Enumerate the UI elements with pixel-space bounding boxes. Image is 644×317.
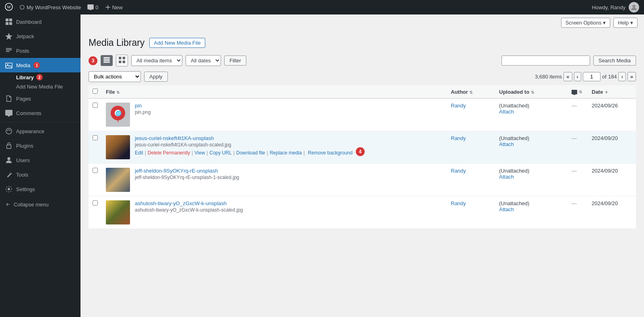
svg-marker-7	[5, 33, 12, 40]
add-new-media-button[interactable]: Add New Media File	[149, 38, 205, 48]
view-link[interactable]: View	[194, 150, 205, 156]
comments-icon	[5, 109, 13, 117]
row-checkbox-cell	[89, 99, 102, 131]
topbar-user-greeting[interactable]: Howdy, Randy	[592, 4, 625, 10]
svg-rect-18	[119, 57, 121, 59]
file-name-link[interactable]: jesus-curiel-nskeft4t1KA-unsplash	[135, 135, 353, 141]
file-name-link[interactable]: ashutosh-tiwary-yO_zGxcW-k-unsplash	[135, 200, 243, 206]
sidebar-item-label: Users	[16, 157, 30, 163]
list-view-button[interactable]	[101, 55, 113, 66]
file-cell: ashutosh-tiwary-yO_zGxcW-k-unsplash ashu…	[102, 196, 447, 229]
sidebar-item-plugins[interactable]: Plugins	[0, 138, 80, 153]
appearance-icon	[5, 127, 13, 135]
file-thumbnail	[106, 135, 130, 159]
svg-point-9	[7, 64, 8, 65]
sidebar-item-label: Media	[16, 62, 30, 68]
main-area: Screen Options ▾ Help ▾ Media Library Ad…	[80, 14, 644, 317]
svg-point-12	[7, 157, 10, 160]
user-avatar[interactable]	[629, 2, 639, 12]
sidebar-item-jetpack[interactable]: Jetpack	[0, 29, 80, 43]
svg-rect-5	[6, 22, 8, 25]
svg-rect-6	[9, 22, 12, 25]
dates-filter[interactable]: All dates	[186, 55, 221, 66]
uploaded-sort-icon: ⇅	[531, 90, 534, 95]
table-row: ashutosh-tiwary-yO_zGxcW-k-unsplash ashu…	[89, 196, 636, 229]
sidebar-item-label: Plugins	[16, 143, 33, 149]
sidebar-item-settings[interactable]: Settings	[0, 182, 80, 196]
author-link[interactable]: Randy	[451, 200, 466, 206]
sidebar-item-label: Dashboard	[16, 19, 42, 25]
author-link[interactable]: Randy	[451, 135, 466, 141]
bulk-actions-select[interactable]: Bulk actions	[89, 71, 141, 82]
first-page-button[interactable]: «	[564, 72, 572, 81]
file-thumbnail	[106, 168, 130, 192]
prev-page-button[interactable]: ‹	[574, 72, 581, 81]
th-uploaded-to[interactable]: Uploaded to ⇅	[495, 85, 568, 99]
svg-rect-16	[103, 60, 110, 61]
sidebar-item-pages[interactable]: Pages	[0, 91, 80, 106]
next-page-button[interactable]: ›	[618, 72, 625, 81]
author-link[interactable]: Randy	[451, 168, 466, 174]
date-cell: 2024/09/20	[588, 131, 636, 164]
row-checkbox[interactable]	[93, 135, 98, 140]
attach-link[interactable]: Attach	[499, 141, 514, 147]
filter-button[interactable]: Filter	[224, 56, 246, 66]
attach-link[interactable]: Attach	[499, 206, 514, 212]
file-info: ashutosh-tiwary-yO_zGxcW-k-unsplash ashu…	[135, 200, 243, 213]
th-file[interactable]: File ⇅	[102, 85, 447, 99]
screen-options-button[interactable]: Screen Options ▾	[561, 18, 611, 28]
author-sort-icon: ⇅	[469, 90, 473, 95]
media-items-filter[interactable]: All media items	[131, 55, 182, 66]
remove-background-link[interactable]: Remove background	[308, 150, 353, 156]
page-number-input[interactable]	[583, 72, 601, 81]
sidebar-item-dashboard[interactable]: Dashboard	[0, 14, 80, 29]
grid-view-button[interactable]	[116, 55, 128, 66]
author-link[interactable]: Randy	[451, 103, 466, 109]
collapse-menu[interactable]: Collapse menu	[0, 196, 80, 212]
topbar-comments[interactable]: 0	[87, 4, 98, 10]
last-page-button[interactable]: »	[627, 72, 636, 81]
svg-rect-3	[6, 19, 8, 21]
replace-media-link[interactable]: Replace media	[270, 150, 302, 156]
sidebar-item-posts[interactable]: Posts	[0, 43, 80, 58]
sidebar-item-media[interactable]: Media 1	[0, 58, 80, 72]
th-comments[interactable]: ⇅	[568, 85, 588, 99]
plugins-icon	[5, 142, 13, 150]
wp-logo[interactable]: W	[5, 3, 13, 12]
row-checkbox[interactable]	[93, 200, 98, 206]
sidebar-item-comments[interactable]: Comments	[0, 106, 80, 120]
download-file-link[interactable]: Download file	[236, 150, 265, 156]
file-filename: jesus-curiel-nskeft4t1KA-unsplash-scaled…	[135, 142, 353, 148]
sidebar-item-tools[interactable]: Tools	[0, 167, 80, 182]
unattached-label: (Unattached)	[499, 168, 529, 174]
row-checkbox[interactable]	[93, 168, 98, 173]
help-button[interactable]: Help ▾	[613, 18, 638, 28]
sidebar-item-appearance[interactable]: Appearance	[0, 124, 80, 138]
apply-button[interactable]: Apply	[144, 72, 168, 82]
row-checkbox[interactable]	[93, 103, 98, 108]
comments-cell: —	[568, 131, 588, 164]
topbar-site-name[interactable]: My WordPress Website	[19, 4, 81, 10]
th-date[interactable]: Date ▼	[588, 85, 636, 99]
file-name-link[interactable]: jeff-sheldon-9SyOKYrq-rE-unsplash	[135, 168, 239, 174]
edit-link[interactable]: Edit	[135, 150, 143, 156]
select-all-checkbox[interactable]	[93, 89, 98, 94]
file-cell: jesus-curiel-nskeft4t1KA-unsplash jesus-…	[102, 131, 447, 164]
media-icon	[5, 61, 13, 69]
search-input[interactable]	[502, 56, 590, 66]
topbar-new[interactable]: New	[105, 4, 123, 10]
sidebar-sub-add-new[interactable]: Add New Media File	[0, 82, 80, 91]
sidebar-sub-library[interactable]: Library 2	[0, 72, 80, 82]
search-media-button[interactable]: Search Media	[593, 56, 636, 66]
th-author[interactable]: Author ⇅	[447, 85, 495, 99]
attach-link[interactable]: Attach	[499, 109, 514, 115]
attach-link[interactable]: Attach	[499, 174, 514, 180]
author-cell: Randy	[447, 164, 495, 196]
sidebar-item-users[interactable]: Users	[0, 153, 80, 167]
svg-point-13	[8, 188, 10, 190]
sidebar-item-label: Settings	[16, 186, 35, 192]
delete-permanently-link[interactable]: Delete Permanently	[148, 150, 190, 156]
copy-url-link[interactable]: Copy URL	[209, 150, 231, 156]
file-name-link[interactable]: pin	[135, 103, 151, 109]
file-cell: jeff-sheldon-9SyOKYrq-rE-unsplash jeff-s…	[102, 164, 447, 196]
